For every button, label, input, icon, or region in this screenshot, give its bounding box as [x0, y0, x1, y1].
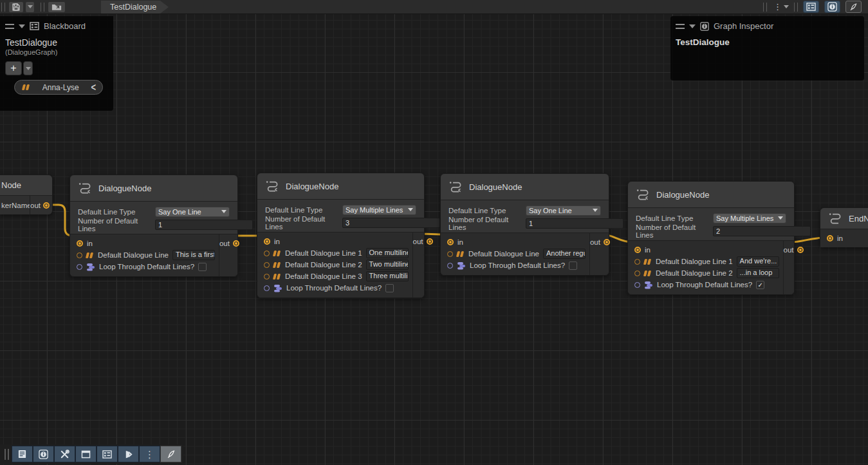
out-port[interactable] — [233, 240, 239, 247]
dialogue-line-field[interactable]: This is a first — [172, 250, 215, 260]
out-port[interactable] — [43, 202, 50, 209]
bottom-toolbar: ⋮ — [0, 444, 183, 464]
in-port[interactable] — [264, 238, 270, 245]
toolbar-drag-handle[interactable] — [5, 449, 9, 460]
string-port[interactable] — [77, 252, 82, 258]
end-node[interactable]: EndNode in — [820, 207, 868, 247]
dialogue-line-field[interactable]: Two multiline — [366, 260, 409, 270]
node-title-bar[interactable]: EndNode — [820, 208, 868, 229]
bool-port[interactable] — [77, 264, 82, 270]
hamburger-icon[interactable] — [676, 24, 685, 29]
dialogue-line-row: Default Dialogue LineAnother regu — [441, 248, 589, 260]
node-title-bar[interactable]: DialogueNode — [628, 182, 794, 207]
document-icon — [17, 450, 27, 459]
loop-label: Loop Through Default Lines? — [470, 261, 565, 269]
save-dropdown-button[interactable] — [25, 1, 35, 13]
bool-port[interactable] — [634, 282, 640, 288]
loop-checkbox[interactable]: ✓ — [756, 281, 764, 289]
hamburger-icon[interactable] — [5, 24, 14, 29]
tools-button[interactable] — [54, 446, 75, 462]
node-body: in Default Dialogue LineThis is a firstL… — [70, 234, 237, 276]
quill-button[interactable] — [160, 446, 181, 462]
dialogue-line-field[interactable]: Another regu — [543, 249, 586, 259]
string-port[interactable] — [264, 251, 270, 256]
quote-icon — [23, 84, 30, 90]
graph-inspector-panel[interactable]: Graph Inspector TestDialogue — [670, 16, 864, 81]
dialogue-flow-icon — [636, 189, 650, 200]
out-port[interactable] — [797, 247, 804, 253]
node-title-bar[interactable]: DialogueNode — [70, 175, 237, 201]
blackboard-panel[interactable]: Blackboard TestDialogue (DialogueGraph) … — [0, 16, 113, 111]
bool-port[interactable] — [264, 285, 270, 291]
string-port[interactable] — [264, 274, 270, 280]
in-port[interactable] — [827, 235, 833, 242]
line-type-dropdown[interactable]: Say One Line — [526, 205, 601, 216]
out-port[interactable] — [427, 238, 433, 245]
dialogue-flow-icon — [448, 181, 463, 193]
dropdown-caret-icon — [408, 208, 413, 211]
graph-canvas[interactable]: TestDialogue ⋮ — [0, 0, 868, 465]
toggle-inspector-button[interactable] — [824, 1, 840, 13]
line-type-label: Default Line Type — [636, 214, 713, 222]
node-title-bar[interactable]: DialogueNode — [257, 173, 424, 199]
string-port[interactable] — [447, 251, 453, 257]
info-button[interactable] — [33, 446, 54, 462]
num-lines-field[interactable] — [155, 220, 253, 230]
collapse-triangle-icon[interactable] — [19, 24, 25, 28]
add-property-dropdown-button[interactable] — [23, 61, 33, 75]
line-type-dropdown[interactable]: Say One Line — [155, 207, 230, 217]
dialogue-flow-icon — [78, 182, 92, 194]
blackboard-title: Blackboard — [44, 21, 86, 31]
line-type-value: Say One Line — [158, 208, 201, 216]
open-asset-button[interactable] — [48, 1, 66, 13]
in-port[interactable] — [77, 240, 83, 247]
string-port[interactable] — [264, 262, 270, 268]
ports-right: out — [589, 233, 614, 275]
node-title-bar[interactable]: DialogueNode — [441, 174, 609, 200]
dialogue-line-field[interactable]: One multiline — [366, 248, 409, 258]
document-button[interactable] — [12, 446, 33, 462]
loop-checkbox[interactable] — [569, 261, 577, 270]
in-port[interactable] — [634, 247, 641, 253]
dialogue-line-field[interactable]: And we're... — [737, 256, 779, 267]
num-lines-field[interactable] — [342, 218, 440, 228]
collapse-chevron-icon[interactable]: < — [91, 82, 96, 93]
graph-tab[interactable]: TestDialogue — [101, 1, 160, 14]
toolbar-drag-handle[interactable] — [1, 3, 5, 12]
more-button[interactable]: ⋮ — [139, 446, 160, 462]
console-button[interactable] — [118, 446, 139, 462]
speaker-node-partial[interactable]: Node kerName out — [0, 175, 53, 214]
out-port[interactable] — [604, 239, 610, 245]
dialogue-line-row: Default Dialogue Line 1And we're... — [628, 256, 783, 267]
line-type-label: Default Line Type — [448, 207, 526, 214]
dialogue-line-field[interactable]: ...in a loop — [737, 268, 779, 278]
out-port-label: out — [413, 238, 423, 245]
node-title-bar[interactable]: Node — [0, 175, 52, 195]
add-property-button[interactable]: + — [5, 61, 22, 75]
bool-port[interactable] — [447, 263, 453, 269]
collapse-triangle-icon[interactable] — [689, 24, 696, 28]
quote-icon — [273, 262, 281, 268]
dialogue-node-4[interactable]: DialogueNode Default Line Type Say Multi… — [627, 181, 795, 295]
in-port[interactable] — [447, 239, 454, 245]
toggle-blackboard-button[interactable] — [803, 1, 819, 13]
dialogue-node-2[interactable]: DialogueNode Default Line Type Say Multi… — [257, 173, 425, 298]
overflow-menu-button[interactable]: ⋮ — [770, 3, 793, 11]
save-button[interactable] — [8, 1, 24, 13]
quote-icon — [644, 259, 652, 265]
window-button[interactable] — [75, 446, 97, 462]
loop-checkbox[interactable] — [385, 284, 394, 292]
num-lines-field[interactable] — [526, 218, 623, 229]
blackboard-button[interactable] — [97, 446, 118, 462]
toggle-quill-button[interactable] — [845, 1, 862, 13]
loop-checkbox[interactable] — [198, 263, 207, 271]
string-port[interactable] — [634, 270, 640, 276]
line-type-dropdown[interactable]: Say Multiple Lines — [342, 205, 416, 215]
dialogue-line-field[interactable]: Three multilin — [366, 271, 409, 281]
dialogue-node-3[interactable]: DialogueNode Default Line Type Say One L… — [440, 173, 609, 276]
dialogue-node-1[interactable]: DialogueNode Default Line Type Say One L… — [69, 175, 238, 277]
num-lines-field[interactable] — [713, 226, 811, 236]
blackboard-field-anna-lyse[interactable]: Anna-Lyse < — [14, 80, 103, 95]
line-type-dropdown[interactable]: Say Multiple Lines — [713, 213, 786, 223]
string-port[interactable] — [634, 259, 640, 265]
